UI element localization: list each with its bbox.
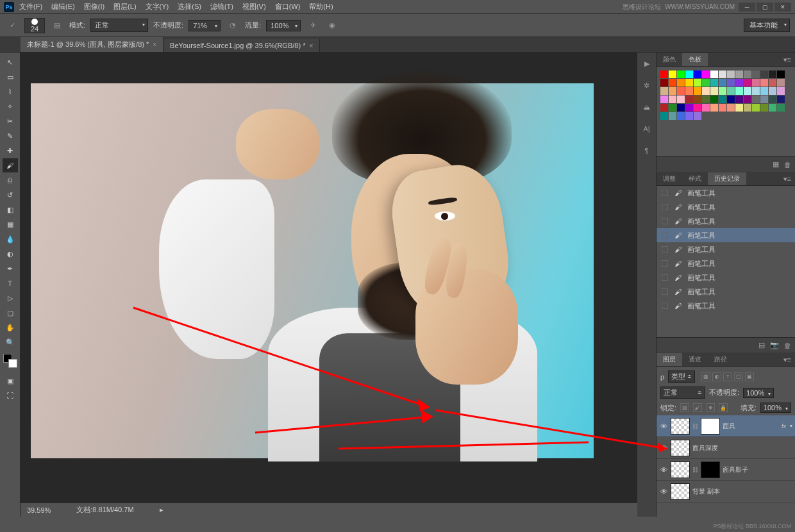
swatch[interactable]	[669, 71, 676, 78]
swatch[interactable]	[777, 79, 785, 87]
doc-size[interactable]: 文档:8.81M/40.7M	[76, 505, 133, 515]
tab-color[interactable]: 颜色	[657, 53, 682, 66]
swatch[interactable]	[719, 79, 726, 87]
close-icon[interactable]: ×	[309, 42, 313, 49]
history-item[interactable]: 🖌画笔工具	[657, 299, 795, 313]
swatch[interactable]	[669, 79, 676, 87]
mask-link-icon[interactable]: ⛓	[692, 423, 698, 429]
swatch[interactable]	[660, 71, 668, 78]
swatch[interactable]	[752, 87, 760, 95]
swatch[interactable]	[735, 96, 743, 103]
swatch[interactable]	[760, 87, 768, 95]
crop-tool[interactable]: ✂	[3, 114, 18, 128]
layer-row[interactable]: 👁背景 副本	[657, 481, 795, 503]
pressure-opacity-icon[interactable]: ◔	[226, 19, 240, 33]
delete-icon[interactable]: 🗑	[784, 161, 791, 169]
pressure-size-icon[interactable]: ◉	[325, 19, 339, 33]
lock-pixels-icon[interactable]: 🖌	[693, 403, 702, 412]
document-tab-2[interactable]: BeYourself-Source1.jpg @ 39.6%(RGB/8) *×	[163, 39, 320, 52]
swatch[interactable]	[727, 96, 735, 103]
swatch[interactable]	[669, 104, 676, 112]
swatch[interactable]	[685, 104, 693, 112]
swatch[interactable]	[727, 104, 735, 112]
airbrush-icon[interactable]: ✈	[306, 19, 320, 33]
menu-view[interactable]: 视图(V)	[242, 2, 266, 12]
screen-mode-tool[interactable]: ⛶	[3, 388, 18, 403]
new-swatch-icon[interactable]: ▦	[773, 160, 779, 169]
history-item[interactable]: 🖌画笔工具	[657, 285, 795, 299]
swatch[interactable]	[677, 87, 685, 95]
panel-menu-icon[interactable]: ▾≡	[780, 354, 795, 366]
paragraph-icon[interactable]: ¶	[641, 145, 653, 156]
swatch[interactable]	[777, 104, 785, 112]
tab-paths[interactable]: 路径	[708, 353, 733, 366]
swatch[interactable]	[685, 87, 693, 95]
swatch[interactable]	[744, 104, 751, 112]
history-item[interactable]: 🖌画笔工具	[657, 214, 795, 228]
swatch[interactable]	[710, 87, 718, 95]
swatch[interactable]	[769, 104, 776, 112]
swatch[interactable]	[735, 71, 743, 78]
layer-row[interactable]: 👁⛓面具影子	[657, 459, 795, 481]
swatch[interactable]	[719, 96, 726, 103]
layer-row[interactable]: 👁面具深度	[657, 437, 795, 459]
lock-transparent-icon[interactable]: ▨	[680, 403, 689, 412]
gradient-tool[interactable]: ▦	[3, 217, 18, 231]
flow-input[interactable]: 100%▾	[266, 20, 301, 31]
swatch[interactable]	[702, 79, 710, 87]
swatch[interactable]	[777, 71, 785, 78]
workspace-switcher[interactable]: 基本功能▾	[744, 19, 790, 32]
history-item[interactable]: 🖌画笔工具	[657, 186, 795, 200]
layer-opacity-input[interactable]: 100%▾	[743, 388, 774, 398]
snapshot-icon[interactable]: 📷	[770, 341, 779, 349]
swatch[interactable]	[735, 104, 743, 112]
type-tool[interactable]: T	[3, 276, 18, 290]
swatch[interactable]	[769, 87, 776, 95]
opacity-input[interactable]: 71%▾	[188, 20, 221, 31]
pen-tool[interactable]: ✒	[3, 262, 18, 276]
document-tab-1[interactable]: 未标题-1 @ 39.6% (面具, 图层蒙版/8) *×	[21, 37, 163, 52]
swatch[interactable]	[694, 112, 701, 120]
healing-tool[interactable]: ✚	[3, 144, 18, 158]
tab-channels[interactable]: 通道	[682, 353, 708, 366]
marquee-tool[interactable]: ▭	[3, 70, 18, 84]
blur-tool[interactable]: 💧	[3, 232, 18, 246]
swatch[interactable]	[760, 71, 768, 78]
menu-type[interactable]: 文字(Y)	[146, 2, 169, 12]
history-item[interactable]: 🖌画笔工具	[657, 256, 795, 270]
swatch[interactable]	[660, 112, 668, 120]
zoom-value[interactable]: 39.59%	[27, 506, 51, 514]
swatch[interactable]	[694, 104, 701, 112]
panel-menu-icon[interactable]: ▾≡	[780, 54, 795, 66]
swatch[interactable]	[744, 87, 751, 95]
swatch[interactable]	[710, 96, 718, 103]
tab-swatches[interactable]: 色板	[682, 53, 708, 66]
swatch[interactable]	[744, 71, 751, 78]
swatch[interactable]	[694, 71, 701, 78]
swatch[interactable]	[719, 87, 726, 95]
menu-edit[interactable]: 编辑(E)	[51, 2, 75, 12]
history-item[interactable]: 🖌画笔工具	[657, 270, 795, 285]
layer-blend-select[interactable]: 正常≑	[660, 387, 705, 399]
chevron-down-icon[interactable]: ▾	[790, 423, 792, 429]
menu-help[interactable]: 帮助(H)	[309, 2, 333, 12]
fx-badge[interactable]: fx	[782, 423, 786, 429]
close-button[interactable]: ✕	[774, 3, 791, 12]
menu-file[interactable]: 文件(F)	[19, 2, 42, 12]
swatch[interactable]	[677, 96, 685, 103]
visibility-icon[interactable]: 👁	[659, 488, 668, 495]
layer-name[interactable]: 背景 副本	[692, 487, 792, 496]
mask-link-icon[interactable]: ⛓	[692, 467, 698, 473]
menu-layer[interactable]: 图层(L)	[113, 2, 136, 12]
swatch[interactable]	[677, 112, 685, 120]
swatch[interactable]	[727, 71, 735, 78]
swatch[interactable]	[685, 71, 693, 78]
history-item[interactable]: 🖌画笔工具	[657, 242, 795, 256]
swatch[interactable]	[777, 87, 785, 95]
swatch[interactable]	[660, 79, 668, 87]
swatch[interactable]	[669, 87, 676, 95]
menu-select[interactable]: 选择(S)	[178, 2, 201, 12]
swatch[interactable]	[760, 104, 768, 112]
swatch[interactable]	[677, 79, 685, 87]
panel-menu-icon[interactable]: ▾≡	[780, 173, 795, 185]
